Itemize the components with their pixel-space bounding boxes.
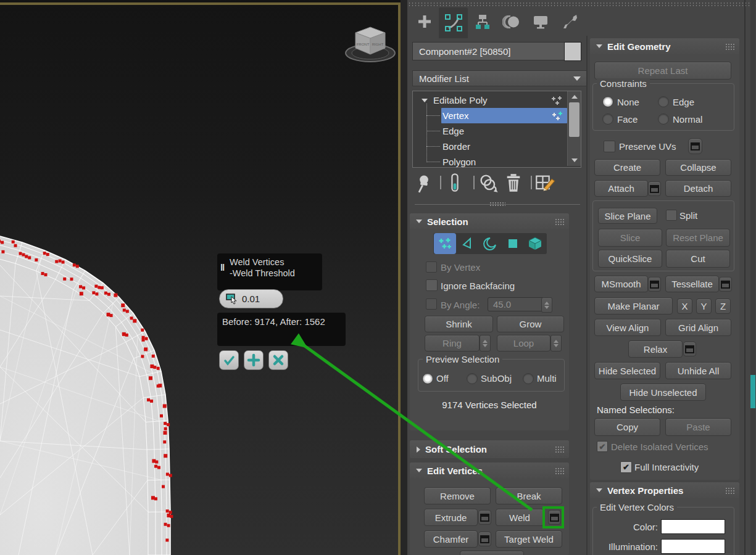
modifier-stack[interactable]: Editable Poly Vertex Edge xyxy=(412,91,581,168)
scroll-down-icon[interactable] xyxy=(568,156,581,165)
tab-create[interactable] xyxy=(410,7,439,35)
full-interactivity-checkbox[interactable]: ✔ xyxy=(620,461,632,473)
shrink-button[interactable]: Shrink xyxy=(425,316,493,332)
constraint-none-radio[interactable] xyxy=(602,96,613,107)
pin-stack-icon[interactable] xyxy=(415,173,433,193)
stack-scrollbar[interactable] xyxy=(567,91,581,166)
relax-button[interactable]: Relax xyxy=(628,340,683,358)
target-weld-button[interactable]: Target Weld xyxy=(496,530,562,548)
view-align-button[interactable]: View Align xyxy=(594,319,661,336)
attach-settings-button[interactable] xyxy=(648,181,661,196)
weld-threshold-field[interactable]: 0.01 xyxy=(219,289,283,308)
unhide-all-button[interactable]: Unhide All xyxy=(665,362,731,379)
stack-item-border[interactable]: Border xyxy=(413,139,581,154)
stack-item-vertex[interactable]: Vertex xyxy=(413,108,581,123)
selection-rollout-header[interactable]: Selection xyxy=(410,213,569,229)
stack-item-edge[interactable]: Edge xyxy=(413,123,581,139)
quickslice-button[interactable]: QuickSlice xyxy=(598,250,662,268)
preview-off-radio[interactable] xyxy=(422,373,433,384)
grid-align-button[interactable]: Grid Align xyxy=(665,319,731,336)
editable-poly-mesh[interactable] xyxy=(0,0,401,555)
make-unique-icon[interactable] xyxy=(478,173,500,193)
attach-button[interactable]: Attach xyxy=(594,180,648,197)
tab-motion[interactable] xyxy=(497,7,526,35)
caddy-ok-button[interactable] xyxy=(219,350,239,370)
by-angle-field[interactable]: 45.0 xyxy=(488,297,547,311)
partial-button[interactable] xyxy=(460,551,524,555)
paste-button[interactable]: Paste xyxy=(665,418,731,436)
msmooth-settings-button[interactable] xyxy=(648,277,661,292)
tab-display[interactable] xyxy=(526,7,555,35)
stack-item-editable-poly[interactable]: Editable Poly xyxy=(413,92,581,108)
by-angle-checkbox[interactable] xyxy=(426,298,437,310)
extrude-button[interactable]: Extrude xyxy=(424,509,478,526)
by-angle-spinner[interactable] xyxy=(541,297,552,313)
panel-scrollbar-thumb[interactable] xyxy=(750,375,755,408)
weld-button[interactable]: Weld xyxy=(496,509,544,526)
stack-item-polygon[interactable]: Polygon xyxy=(413,154,581,170)
expander-icon[interactable] xyxy=(422,99,428,102)
ring-button[interactable]: Ring xyxy=(425,335,480,352)
axis-x-button[interactable]: X xyxy=(677,298,692,314)
rollout-grip[interactable] xyxy=(555,218,564,226)
soft-selection-header[interactable]: Soft Selection xyxy=(410,440,569,458)
tab-modify[interactable] xyxy=(439,7,468,38)
extrude-settings-button[interactable] xyxy=(478,510,491,525)
vertex-color-swatch[interactable] xyxy=(661,519,725,534)
preserve-uvs-checkbox[interactable] xyxy=(604,141,615,152)
ignore-backfacing-checkbox[interactable] xyxy=(426,279,438,291)
rollout-grip[interactable] xyxy=(555,446,564,453)
show-end-result-icon[interactable] xyxy=(447,173,463,192)
ring-spinner[interactable] xyxy=(480,335,491,352)
remove-button[interactable]: Remove xyxy=(424,487,491,504)
loop-button[interactable]: Loop xyxy=(497,335,550,352)
chamfer-settings-button[interactable] xyxy=(478,532,491,546)
break-button[interactable]: Break xyxy=(496,487,562,504)
edit-geometry-header[interactable]: Edit Geometry xyxy=(590,38,739,54)
axis-z-button[interactable]: Z xyxy=(715,298,731,314)
panel-drag-texture[interactable] xyxy=(407,1,756,7)
scrollbar-thumb[interactable] xyxy=(569,102,579,137)
constraint-normal-radio[interactable] xyxy=(658,113,669,125)
viewport[interactable]: FRONT RIGHT ‖ Weld Vertices -Weld Thresh… xyxy=(0,0,401,555)
grow-button[interactable]: Grow xyxy=(497,316,564,332)
edit-vertices-header[interactable]: Edit Vertices xyxy=(410,462,569,479)
tessellate-button[interactable]: Tessellate xyxy=(665,276,719,292)
caddy-apply-button[interactable] xyxy=(244,350,264,370)
configure-modifier-sets-icon[interactable] xyxy=(535,173,556,193)
delete-isolated-checkbox[interactable]: ✔ xyxy=(597,441,608,452)
panel-scrollbar-track[interactable] xyxy=(750,0,755,555)
copy-button[interactable]: Copy xyxy=(594,418,660,436)
constraint-edge-radio[interactable] xyxy=(658,96,669,107)
subobject-polygon-button[interactable] xyxy=(502,233,524,254)
relax-settings-button[interactable] xyxy=(683,342,696,356)
vertex-properties-header[interactable]: Vertex Properties xyxy=(590,482,739,498)
tab-utilities[interactable] xyxy=(555,7,584,35)
modifier-list-dropdown[interactable]: Modifier List xyxy=(412,70,588,86)
slice-button[interactable]: Slice xyxy=(598,229,662,247)
caddy-handle[interactable]: ‖ xyxy=(220,262,225,273)
repeat-last-button[interactable]: Repeat Last xyxy=(594,62,731,80)
make-planar-button[interactable]: Make Planar xyxy=(594,297,673,314)
rollout-grip[interactable] xyxy=(725,43,734,51)
separator-grip[interactable] xyxy=(489,202,505,207)
remove-modifier-icon[interactable] xyxy=(504,173,523,193)
object-name-field[interactable]: Component#2 [50850] xyxy=(412,42,568,60)
subobject-vertex-button[interactable] xyxy=(434,233,456,254)
loop-spinner[interactable] xyxy=(550,335,562,352)
create-button[interactable]: Create xyxy=(594,159,660,176)
scroll-up-icon[interactable] xyxy=(568,92,581,101)
by-vertex-checkbox[interactable] xyxy=(426,261,437,273)
split-checkbox[interactable] xyxy=(666,210,677,221)
subobject-element-button[interactable] xyxy=(524,233,546,254)
viewcube[interactable]: FRONT RIGHT xyxy=(342,18,399,65)
object-color-swatch[interactable] xyxy=(564,42,581,61)
caddy-cancel-button[interactable] xyxy=(268,350,288,370)
subobject-border-button[interactable] xyxy=(479,233,501,254)
preview-multi-radio[interactable] xyxy=(523,373,534,384)
reset-plane-button[interactable]: Reset Plane xyxy=(666,229,730,247)
tessellate-settings-button[interactable] xyxy=(719,277,732,292)
slice-plane-button[interactable]: Slice Plane xyxy=(598,208,657,224)
preserve-uvs-settings-button[interactable] xyxy=(688,138,702,154)
rollout-grip[interactable] xyxy=(725,487,734,495)
